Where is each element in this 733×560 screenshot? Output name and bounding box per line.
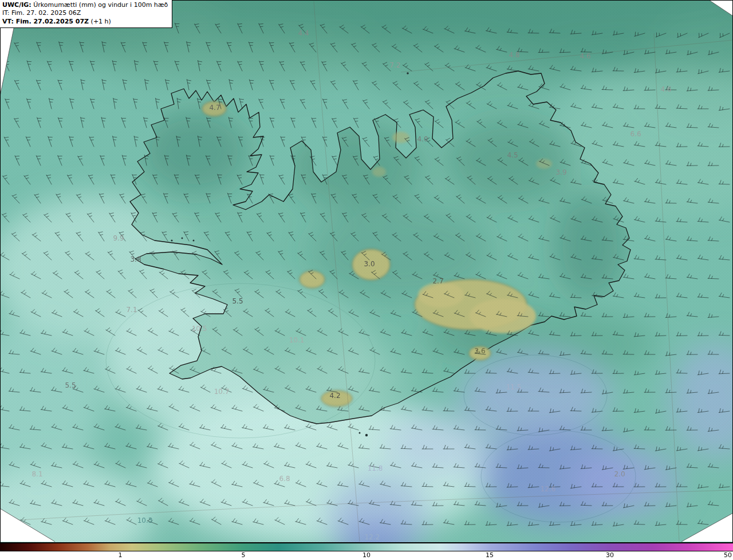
colorbar-tick-label: 10: [362, 551, 371, 559]
precip-value-label: 7.2: [389, 61, 400, 69]
colorbar: 1510153050: [0, 543, 733, 560]
precip-value-label: 3.6: [474, 347, 485, 355]
precip-value-label: 10.7: [214, 388, 230, 396]
precip-value-label: 10.5: [192, 325, 207, 333]
precip-value-label: 3.9: [555, 168, 566, 176]
precip-value-label: 2.7: [432, 277, 443, 285]
precip-value-label: 6.8: [279, 475, 290, 483]
precip-value-label: 4.4: [298, 29, 309, 37]
precip-value-label: 11.5: [506, 383, 522, 391]
precip-value-label: 3.0: [364, 260, 375, 268]
product-label: UWC/IG:: [2, 1, 31, 9]
stipple-texture: [0, 0, 733, 543]
precip-value-label: 4.0: [417, 135, 428, 143]
precip-value-label: 4.5: [507, 151, 518, 159]
precip-value-label: 12.6: [541, 485, 556, 493]
precip-value-label: 8.1: [31, 470, 42, 478]
colorbar-labels: 1510153050: [0, 551, 733, 560]
map-title-box: UWC/IG: Úrkomumætti (mm) og vindur i 100…: [0, 0, 172, 28]
precip-value-label: 4.6: [580, 52, 590, 60]
colorbar-tick-label: 50: [724, 551, 732, 559]
precip-value-label: 2.0: [614, 470, 625, 478]
product-title-line: UWC/IG: Úrkomumætti (mm) og vindur i 100…: [2, 1, 168, 9]
product-title-text: Úrkomumætti (mm) og vindur i 100m hæð: [31, 1, 168, 9]
valid-time-bold: VT: Fim. 27.02.2025 07Z: [2, 18, 89, 25]
precip-value-label: 12.2: [365, 533, 380, 541]
precip-value-label: 10.3: [137, 516, 153, 524]
precip-value-label: 5.5: [232, 297, 243, 305]
precip-value-label: 7.1: [126, 306, 137, 314]
precip-value-label: 5.5: [65, 381, 76, 389]
precip-value-label: 9.9: [113, 234, 124, 242]
valid-time-line: VT: Fim. 27.02.2025 07Z (+1 h): [2, 18, 168, 26]
precip-value-label: 4.6: [660, 85, 671, 93]
precip-value-label: 6.6: [630, 130, 641, 138]
precip-value-label: 3.8: [130, 255, 141, 263]
precip-value-label: 4.8: [509, 51, 519, 59]
weather-map-canvas: 4.47.24.84.64.64.74.04.53.96.69.93.83.02…: [0, 0, 733, 543]
precip-value-label: 10.1: [289, 336, 305, 344]
colorbar-tick-label: 15: [486, 551, 494, 559]
colorbar-tick-label: 5: [242, 551, 246, 559]
weather-map: 4.47.24.84.64.64.74.04.53.96.69.93.83.02…: [0, 0, 733, 543]
precip-value-label: 4.7: [209, 104, 220, 112]
colorbar-gradient: [0, 543, 733, 551]
colorbar-tick-label: 1: [119, 551, 123, 559]
init-time-line: IT: Fim. 27. 02. 2025 06Z: [2, 9, 168, 17]
colorbar-tick-label: 30: [606, 551, 614, 559]
valid-time-suffix: (+1 h): [89, 18, 111, 25]
precip-value-label: 11.8: [368, 464, 383, 472]
precip-value-label: 4.2: [329, 392, 340, 400]
